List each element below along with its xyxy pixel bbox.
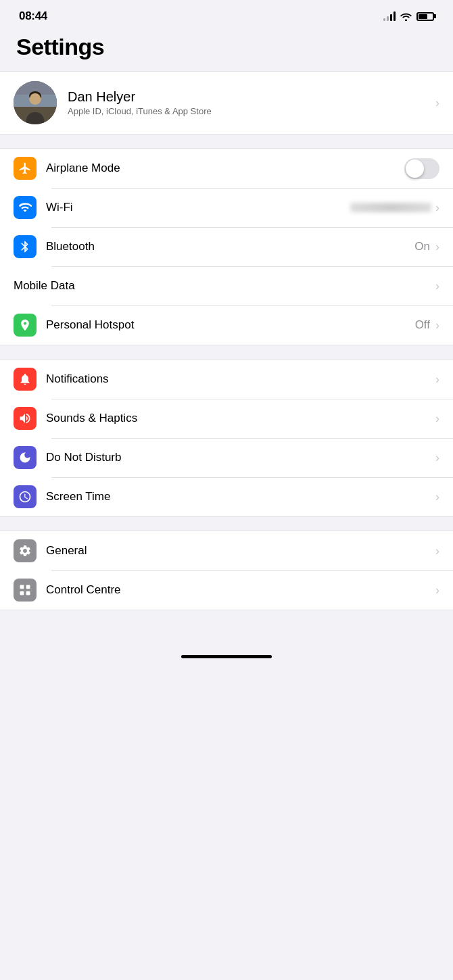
svg-point-5 bbox=[30, 93, 41, 104]
signal-icon bbox=[383, 11, 396, 21]
bluetooth-value: On bbox=[414, 240, 430, 253]
system-section: Notifications › Sounds & Haptics › Do No… bbox=[0, 359, 453, 517]
notifications-row[interactable]: Notifications › bbox=[0, 360, 453, 399]
avatar bbox=[14, 81, 57, 124]
do-not-disturb-icon bbox=[14, 446, 37, 469]
sounds-haptics-icon bbox=[14, 407, 37, 430]
profile-name: Dan Helyer bbox=[68, 89, 435, 105]
svg-rect-8 bbox=[26, 585, 30, 589]
general-section: General › Control Centre › bbox=[0, 531, 453, 610]
do-not-disturb-chevron: › bbox=[435, 451, 439, 465]
bluetooth-row[interactable]: Bluetooth On › bbox=[0, 227, 453, 266]
sounds-haptics-label: Sounds & Haptics bbox=[46, 412, 435, 425]
connectivity-section: Airplane Mode Wi-Fi › Bluetooth On bbox=[0, 148, 453, 345]
page-title-section: Settings bbox=[0, 28, 453, 71]
airplane-mode-label: Airplane Mode bbox=[46, 162, 404, 175]
battery-icon bbox=[416, 12, 434, 21]
control-centre-label: Control Centre bbox=[46, 583, 435, 597]
bluetooth-icon bbox=[14, 235, 37, 258]
general-label: General bbox=[46, 544, 435, 558]
airplane-mode-icon bbox=[14, 157, 37, 180]
general-row[interactable]: General › bbox=[0, 531, 453, 570]
wifi-value-container: › bbox=[350, 201, 439, 215]
profile-row[interactable]: Dan Helyer Apple ID, iCloud, iTunes & Ap… bbox=[0, 72, 453, 134]
svg-rect-7 bbox=[20, 585, 24, 589]
personal-hotspot-icon bbox=[14, 314, 37, 337]
wifi-status-icon bbox=[400, 12, 412, 21]
personal-hotspot-chevron: › bbox=[435, 318, 439, 333]
svg-rect-9 bbox=[20, 591, 24, 595]
notifications-label: Notifications bbox=[46, 372, 435, 386]
wifi-row[interactable]: Wi-Fi › bbox=[0, 188, 453, 227]
profile-section: Dan Helyer Apple ID, iCloud, iTunes & Ap… bbox=[0, 71, 453, 134]
control-centre-row[interactable]: Control Centre › bbox=[0, 570, 453, 610]
do-not-disturb-label: Do Not Disturb bbox=[46, 451, 435, 464]
profile-chevron: › bbox=[435, 96, 439, 110]
screen-time-chevron: › bbox=[435, 490, 439, 504]
status-icons bbox=[383, 11, 434, 21]
control-centre-icon bbox=[14, 579, 37, 602]
airplane-mode-toggle[interactable] bbox=[404, 158, 439, 179]
wifi-label: Wi-Fi bbox=[46, 201, 350, 214]
profile-info: Dan Helyer Apple ID, iCloud, iTunes & Ap… bbox=[68, 89, 435, 116]
page-title: Settings bbox=[16, 34, 437, 60]
screen-time-label: Screen Time bbox=[46, 490, 435, 504]
bluetooth-chevron: › bbox=[435, 240, 439, 254]
status-time: 08:44 bbox=[19, 9, 47, 23]
wifi-icon bbox=[14, 196, 37, 219]
wifi-network-name bbox=[350, 203, 431, 212]
screen-time-icon bbox=[14, 485, 37, 508]
mobile-data-row[interactable]: Mobile Data › bbox=[0, 266, 453, 305]
profile-subtitle: Apple ID, iCloud, iTunes & App Store bbox=[68, 106, 435, 116]
mobile-data-chevron: › bbox=[435, 279, 439, 293]
screen-time-row[interactable]: Screen Time › bbox=[0, 477, 453, 516]
personal-hotspot-value: Off bbox=[415, 318, 430, 332]
mobile-data-label: Mobile Data bbox=[14, 279, 435, 293]
general-icon bbox=[14, 539, 37, 562]
wifi-chevron: › bbox=[435, 201, 439, 215]
sounds-haptics-chevron: › bbox=[435, 412, 439, 426]
airplane-mode-row[interactable]: Airplane Mode bbox=[0, 149, 453, 188]
home-indicator-container bbox=[0, 624, 453, 675]
notifications-chevron: › bbox=[435, 372, 439, 387]
svg-rect-10 bbox=[26, 591, 30, 595]
airplane-mode-toggle-container bbox=[404, 158, 439, 179]
notifications-icon bbox=[14, 368, 37, 391]
personal-hotspot-label: Personal Hotspot bbox=[46, 318, 415, 332]
bluetooth-label: Bluetooth bbox=[46, 240, 414, 253]
do-not-disturb-row[interactable]: Do Not Disturb › bbox=[0, 438, 453, 477]
personal-hotspot-row[interactable]: Personal Hotspot Off › bbox=[0, 305, 453, 345]
home-indicator bbox=[181, 655, 272, 658]
general-chevron: › bbox=[435, 544, 439, 558]
control-centre-chevron: › bbox=[435, 583, 439, 597]
status-bar: 08:44 bbox=[0, 0, 453, 28]
bluetooth-value-container: On › bbox=[414, 240, 439, 254]
sounds-haptics-row[interactable]: Sounds & Haptics › bbox=[0, 399, 453, 438]
